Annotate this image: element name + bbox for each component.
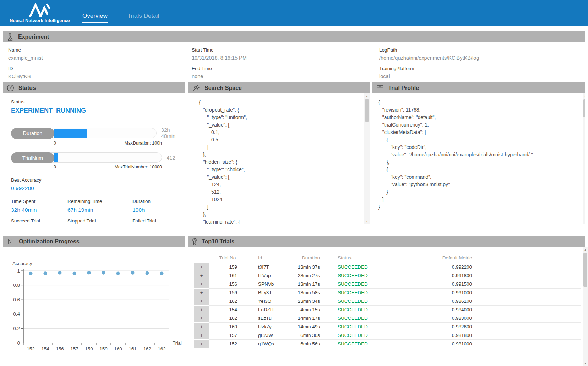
status-cell: SUCCEEDED bbox=[322, 331, 414, 339]
status-cell: SUCCEEDED bbox=[322, 322, 414, 331]
scroll-thumb[interactable] bbox=[583, 99, 585, 117]
status-panel: Status Status EXPERIMENT_RUNNING Duratio… bbox=[3, 82, 185, 224]
expand-row-button[interactable]: + bbox=[194, 314, 209, 322]
expand-row-button[interactable]: + bbox=[194, 271, 209, 280]
col-id: Id bbox=[239, 253, 274, 263]
duration-value: 32h 40min bbox=[161, 127, 185, 139]
trial-profile-json: { "revision": 11768, "authorName": "defa… bbox=[372, 93, 585, 211]
expand-row-button[interactable]: + bbox=[194, 305, 209, 314]
tab-overview[interactable]: Overview bbox=[82, 12, 108, 23]
experiment-time-field: Start Time 10/31/2018, 8:16:15 PM End Ti… bbox=[192, 42, 379, 82]
top10-section-bar: Top10 Trials bbox=[188, 236, 585, 247]
svg-text:157: 157 bbox=[70, 346, 78, 351]
svg-text:162: 162 bbox=[158, 346, 166, 351]
field-label: LogPath bbox=[379, 47, 585, 53]
table-row: +160Uvk7y14min 49sSUCCEEDED0.982600 bbox=[194, 322, 581, 331]
stat-stopped-trial: Stopped Trial 0 bbox=[67, 218, 132, 224]
expand-row-button[interactable]: + bbox=[194, 322, 209, 331]
trial-id-cell: ITVup bbox=[239, 271, 274, 280]
svg-text:0: 0 bbox=[17, 340, 20, 346]
trial-no-cell: 152 bbox=[209, 339, 239, 348]
expand-row-button[interactable]: + bbox=[194, 288, 209, 297]
divider bbox=[11, 120, 183, 120]
duration-progress-row: Duration 32h 40min bbox=[11, 127, 185, 139]
trial-profile-section-bar: Trial Profile bbox=[372, 82, 585, 93]
trial-no-cell: 159 bbox=[209, 288, 239, 297]
duration-progress-bar: Duration bbox=[11, 128, 157, 138]
brand-logo: Neural Network Intelligence bbox=[8, 3, 72, 23]
top10-table-body: +159t0I7T13min 37sSUCCEEDED0.992200+161I… bbox=[194, 263, 581, 348]
status-section-bar: Status bbox=[3, 82, 185, 93]
svg-text:152: 152 bbox=[27, 346, 35, 351]
expand-row-button[interactable]: + bbox=[194, 280, 209, 288]
status-cell: SUCCEEDED bbox=[322, 339, 414, 348]
progress-min: 0 bbox=[54, 165, 56, 169]
scroll-down-icon[interactable]: ▼ bbox=[364, 219, 370, 224]
svg-text:162: 162 bbox=[143, 346, 151, 351]
top10-trials-panel: Top10 Trials Trial No. Id Duration Statu… bbox=[188, 236, 588, 366]
field-label: TrainingPlatform bbox=[379, 66, 585, 71]
tab-trials-detail[interactable]: Trials Detail bbox=[127, 12, 159, 23]
trial-id-cell: g1WQs bbox=[239, 339, 274, 348]
filler-cell bbox=[474, 288, 581, 297]
field-value: local bbox=[379, 74, 585, 79]
svg-text:154: 154 bbox=[41, 346, 49, 351]
status-cell: SUCCEEDED bbox=[322, 280, 414, 288]
scroll-up-icon[interactable]: ▲ bbox=[364, 93, 370, 99]
scroll-up-icon[interactable]: ▲ bbox=[583, 93, 585, 99]
progress-pill-label: Duration bbox=[11, 128, 54, 139]
filler-cell bbox=[474, 339, 581, 348]
top-navigation-bar: Neural Network Intelligence Overview Tri… bbox=[0, 0, 588, 26]
trial-profile-scrollbar[interactable]: ▲ ▼ bbox=[583, 93, 585, 224]
status-cell: SUCCEEDED bbox=[322, 297, 414, 305]
trial-id-cell: gL2JW bbox=[239, 331, 274, 339]
progress-max: MaxDuration: 100h bbox=[124, 141, 162, 146]
best-accuracy-value: 0.992200 bbox=[11, 185, 185, 192]
svg-text:161: 161 bbox=[129, 346, 137, 351]
table-row: +161ITVup23min 27sSUCCEEDED0.991800 bbox=[194, 271, 581, 280]
stat-remaining-time: Remaining Time 67h 19min bbox=[67, 199, 132, 213]
field-label: Name bbox=[8, 47, 192, 53]
expand-row-button[interactable]: + bbox=[194, 339, 209, 348]
top10-table: Trial No. Id Duration Status Default Met… bbox=[194, 253, 581, 348]
top10-scrollbar[interactable]: ▲ ▼ bbox=[583, 247, 588, 366]
filler-cell bbox=[474, 271, 581, 280]
metric-cell: 0.986100 bbox=[414, 297, 474, 305]
scroll-down-icon[interactable]: ▼ bbox=[583, 361, 588, 366]
trial-id-cell: sEzTu bbox=[239, 314, 274, 322]
table-row: +162sEzTu14min 17sSUCCEEDED0.983000 bbox=[194, 314, 581, 322]
brand-caption: Neural Network Intelligence bbox=[10, 18, 70, 23]
status-value: EXPERIMENT_RUNNING bbox=[11, 107, 185, 114]
expand-row-button[interactable]: + bbox=[194, 331, 209, 339]
duration-cell: 23min 34s bbox=[274, 297, 322, 305]
nni-logo-icon bbox=[27, 3, 52, 17]
trial-id-cell: BLy3T bbox=[239, 288, 274, 297]
svg-text:159: 159 bbox=[85, 346, 93, 351]
duration-cell: 13min 58s bbox=[274, 288, 322, 297]
filler-cell bbox=[474, 314, 581, 322]
medal-icon bbox=[192, 238, 197, 246]
scroll-up-icon[interactable]: ▲ bbox=[583, 247, 588, 252]
svg-text:0.4: 0.4 bbox=[13, 311, 20, 317]
filler-column-header bbox=[474, 253, 581, 263]
optimization-progress-panel: Optimization Progress Accuracy00.20.40.6… bbox=[3, 236, 185, 366]
scroll-down-icon[interactable]: ▼ bbox=[583, 219, 585, 224]
svg-text:160: 160 bbox=[114, 346, 122, 351]
status-cell: SUCCEEDED bbox=[322, 271, 414, 280]
trial-no-cell: 162 bbox=[209, 297, 239, 305]
search-space-scrollbar[interactable]: ▲ ▼ bbox=[364, 93, 370, 224]
scroll-thumb[interactable] bbox=[583, 253, 587, 287]
expand-row-button[interactable]: + bbox=[194, 297, 209, 305]
flask-icon bbox=[7, 33, 14, 41]
status-stats-grid: Time Spent 32h 40min Remaining Time 67h … bbox=[11, 199, 185, 224]
expand-row-button[interactable]: + bbox=[194, 263, 209, 271]
duration-cell: 14min 49s bbox=[274, 322, 322, 331]
search-space-section-bar: Search Space bbox=[188, 82, 370, 93]
duration-cell: 14min 17s bbox=[274, 314, 322, 322]
filler-cell bbox=[474, 331, 581, 339]
duration-caption: 0 MaxDuration: 100h bbox=[54, 141, 162, 146]
col-default-metric: Default Metric bbox=[414, 253, 474, 263]
scroll-thumb[interactable] bbox=[365, 99, 369, 122]
trial-id-cell: FnDZH bbox=[239, 305, 274, 314]
optimization-section-bar: Optimization Progress bbox=[3, 236, 185, 247]
